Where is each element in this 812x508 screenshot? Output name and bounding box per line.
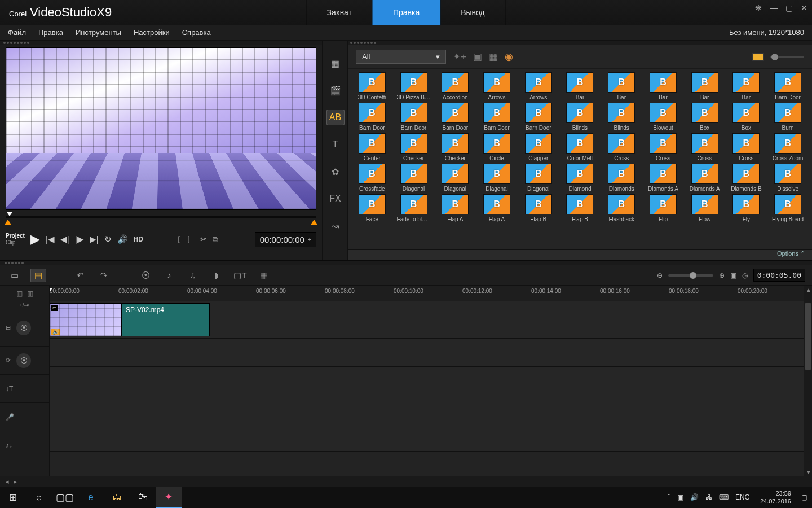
- transition-item[interactable]: BBar: [643, 72, 683, 100]
- split-button[interactable]: ✂: [200, 235, 207, 244]
- mark-out-button[interactable]: ］: [187, 234, 195, 244]
- transition-item[interactable]: BCrossfade: [352, 164, 392, 192]
- transition-item[interactable]: BBox: [685, 103, 725, 131]
- tray-volume-icon[interactable]: 🔊: [690, 493, 699, 501]
- menu-settings[interactable]: Настройки: [134, 28, 170, 37]
- transition-item[interactable]: BCross: [685, 133, 725, 161]
- menu-file[interactable]: Файл: [8, 28, 26, 37]
- transition-item[interactable]: BChecker: [435, 133, 475, 161]
- transition-item[interactable]: BBlinds: [561, 103, 600, 131]
- playhead[interactable]: [50, 286, 50, 476]
- transition-item[interactable]: BFlap B: [561, 194, 600, 222]
- favorite-add-icon[interactable]: ✦+: [453, 51, 466, 63]
- transition-item[interactable]: BDiamonds A: [643, 164, 683, 192]
- snapshot-button[interactable]: ⧉: [213, 235, 218, 244]
- preview-monitor[interactable]: [6, 47, 316, 210]
- transition-item[interactable]: B3D Confetti: [352, 72, 392, 100]
- motion-button[interactable]: ◗: [209, 269, 224, 282]
- transition-item[interactable]: BArrows: [477, 72, 517, 100]
- store-icon[interactable]: 🛍: [130, 487, 156, 508]
- library-graphic-icon[interactable]: ✿: [326, 164, 345, 179]
- storyboard-view-button[interactable]: ▭: [7, 269, 23, 282]
- videostudio-taskbar-icon[interactable]: ✦: [156, 487, 182, 508]
- thumbnail-zoom-slider[interactable]: [770, 56, 804, 58]
- tracks-toggle2-icon[interactable]: ▥: [27, 290, 33, 297]
- video-track-header[interactable]: ⊟⦿: [0, 309, 49, 347]
- nav-left-icon[interactable]: ◂: [6, 478, 9, 485]
- multi-view-button[interactable]: ▦: [256, 269, 272, 282]
- mark-out-icon[interactable]: [311, 220, 317, 225]
- close-button[interactable]: ✕: [801, 3, 807, 12]
- transition-item[interactable]: BFlap B: [519, 194, 558, 222]
- transition-item[interactable]: BCross: [643, 133, 683, 161]
- transition-item[interactable]: BBarn Door: [768, 72, 807, 100]
- transition-item[interactable]: BCross: [727, 133, 766, 161]
- timeline-view-button[interactable]: ▤: [30, 269, 46, 282]
- transition-item[interactable]: BBarn Door: [352, 103, 392, 131]
- title-track-header[interactable]: ↓T: [0, 375, 49, 403]
- tray-notifications-icon[interactable]: ▢: [801, 493, 807, 501]
- category-dropdown[interactable]: All ▾: [356, 50, 446, 64]
- clip-thumbnail[interactable]: ▭ 🔊: [50, 303, 122, 336]
- music-track-header[interactable]: ♪↓: [0, 431, 49, 459]
- transition-item[interactable]: BBarn Door: [435, 103, 475, 131]
- random-icon[interactable]: ◉: [505, 51, 513, 63]
- globe-icon[interactable]: ❋: [755, 3, 762, 12]
- voice-track-header[interactable]: 🎤: [0, 403, 49, 431]
- timeline-vscroll[interactable]: ▲ ▼: [804, 286, 812, 476]
- task-view-icon[interactable]: ▢▢: [52, 487, 78, 508]
- transition-item[interactable]: BCircle: [477, 133, 517, 161]
- record-button[interactable]: ⦿: [138, 269, 153, 282]
- transition-item[interactable]: BBlowout: [643, 103, 683, 131]
- transition-item[interactable]: BFade to black: [394, 194, 434, 222]
- transition-item[interactable]: BDiagonal: [477, 164, 517, 192]
- hd-button[interactable]: HD: [134, 235, 143, 243]
- library-path-icon[interactable]: ↝: [326, 218, 345, 234]
- transition-item[interactable]: BArrows: [519, 72, 558, 100]
- transition-item[interactable]: BDiamonds B: [727, 164, 766, 192]
- timecode-display[interactable]: 00:00:00:00 ÷: [255, 232, 316, 247]
- transition-item[interactable]: BFlip: [643, 194, 683, 222]
- transition-item[interactable]: BBar: [727, 72, 766, 100]
- timeline-tracks[interactable]: 00:00:00:0000:00:02:0000:00:04:0000:00:0…: [50, 286, 812, 476]
- volume-icon[interactable]: 🔊: [117, 234, 128, 244]
- tray-network-icon[interactable]: 🖧: [705, 493, 712, 501]
- tab-edit[interactable]: Правка: [372, 0, 440, 25]
- undo-button[interactable]: ↶: [72, 269, 88, 282]
- transition-item[interactable]: BDiagonal: [435, 164, 475, 192]
- mark-in-button[interactable]: ［: [173, 234, 181, 244]
- transition-item[interactable]: BBarn Door: [519, 103, 558, 131]
- transition-item[interactable]: BBar: [685, 72, 725, 100]
- prev-frame-button[interactable]: ◀|: [60, 234, 69, 244]
- transition-item[interactable]: BBar: [602, 72, 641, 100]
- library-transition-icon[interactable]: AB: [326, 110, 345, 125]
- clock[interactable]: 23:59 24.07.2016: [757, 489, 795, 505]
- zoom-in-icon[interactable]: ⊕: [719, 271, 725, 279]
- tracks-toggle-icon[interactable]: ▥: [16, 290, 23, 297]
- home-button[interactable]: |◀: [46, 234, 55, 244]
- transition-item[interactable]: BDiagonal: [519, 164, 558, 192]
- tray-language[interactable]: ENG: [735, 493, 750, 501]
- transition-item[interactable]: BBurn: [768, 103, 807, 131]
- mode-project[interactable]: Project: [6, 233, 25, 239]
- transition-item[interactable]: BCross Zoom: [768, 133, 807, 161]
- tray-keyboard-icon[interactable]: ⌨: [719, 493, 729, 501]
- end-button[interactable]: ▶|: [90, 234, 99, 244]
- transition-item[interactable]: BFace: [352, 194, 392, 222]
- transition-item[interactable]: B3D Pizza Bo…: [394, 72, 434, 100]
- transition-item[interactable]: BFlow: [685, 194, 725, 222]
- play-button[interactable]: ▶: [30, 232, 40, 247]
- timeline-zoom-slider[interactable]: [668, 274, 713, 277]
- video-track[interactable]: ▭ 🔊 SP-V02.mp4: [50, 301, 812, 339]
- apply-current-icon[interactable]: ▣: [473, 51, 482, 63]
- library-title-icon[interactable]: T: [326, 137, 345, 152]
- tray-expand-icon[interactable]: ˆ: [668, 493, 670, 501]
- transition-item[interactable]: BFlashback: [602, 194, 641, 222]
- start-button[interactable]: ⊞: [0, 487, 26, 508]
- minimize-button[interactable]: —: [770, 3, 778, 12]
- transition-item[interactable]: BDissolve: [768, 164, 807, 192]
- next-frame-button[interactable]: |▶: [75, 234, 84, 244]
- mark-in-icon[interactable]: [5, 220, 11, 225]
- music-track[interactable]: [50, 423, 812, 452]
- tab-capture[interactable]: Захват: [306, 0, 372, 25]
